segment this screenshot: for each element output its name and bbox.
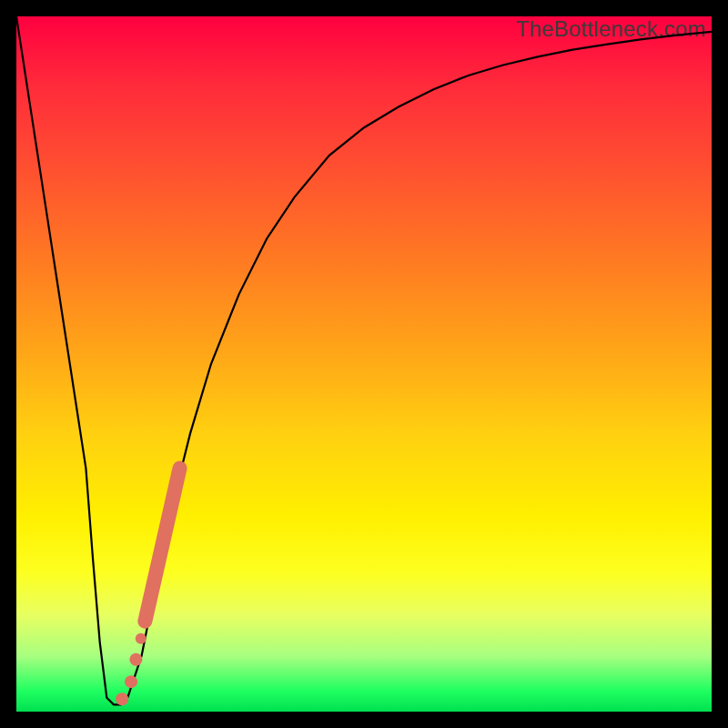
- dot-3: [116, 693, 128, 705]
- chart-svg: [16, 16, 712, 712]
- chart-frame: TheBottleneck.com: [0, 0, 728, 728]
- curve-bottleneck-curve: [16, 16, 712, 704]
- highlight-segment: [145, 469, 179, 622]
- dot-2: [125, 675, 137, 688]
- dot-1: [129, 653, 142, 666]
- dot-4: [136, 633, 147, 644]
- plot-area: TheBottleneck.com: [16, 16, 712, 712]
